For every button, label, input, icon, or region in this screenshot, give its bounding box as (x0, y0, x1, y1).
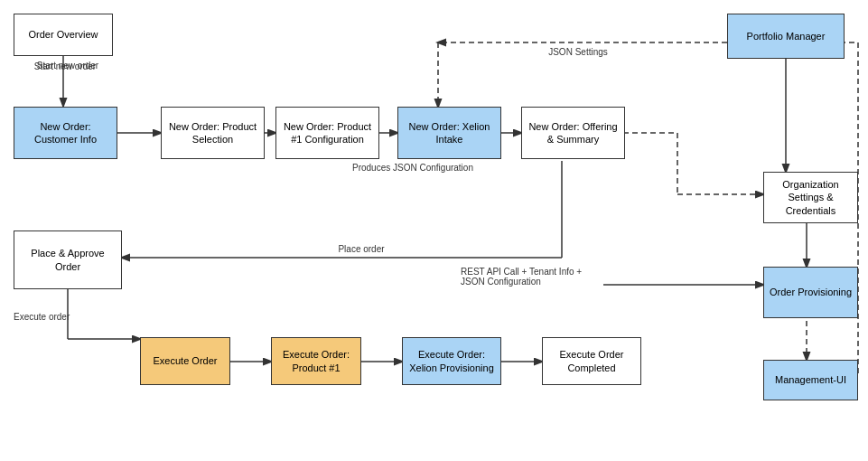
node-execute-completed: Execute Order Completed (542, 337, 641, 385)
node-org-settings: Organization Settings & Credentials (763, 172, 858, 223)
node-product-selection: New Order: Product Selection (161, 107, 265, 159)
label-produces-json: Produces JSON Configuration (352, 163, 492, 173)
label-start-order-text: Start new order (20, 61, 110, 71)
node-execute-xelion-label: Execute Order: Xelion Provisioning (406, 348, 497, 374)
node-order-overview-label: Order Overview (28, 28, 98, 41)
node-customer-info: New Order: Customer Info (14, 107, 117, 159)
node-product-selection-label: New Order: Product Selection (165, 120, 260, 146)
label-execute-order: Execute order (14, 312, 95, 322)
node-xelion-intake-label: New Order: Xelion Intake (402, 120, 497, 146)
node-execute-completed-label: Execute Order Completed (546, 348, 637, 374)
node-portfolio-manager: Portfolio Manager (727, 14, 845, 59)
node-product-config-label: New Order: Product #1 Configuration (280, 120, 375, 146)
node-xelion-intake: New Order: Xelion Intake (397, 107, 501, 159)
label-json-settings: JSON Settings (524, 47, 632, 57)
diagram-container: Order Overview Start new order New Order… (0, 0, 868, 461)
node-portfolio-manager-label: Portfolio Manager (747, 30, 826, 42)
node-execute-order-label: Execute Order (154, 354, 218, 367)
node-execute-product: Execute Order: Product #1 (271, 337, 361, 385)
node-place-approve-label: Place & Approve Order (18, 247, 117, 273)
node-org-settings-label: Organization Settings & Credentials (768, 178, 854, 217)
node-place-approve: Place & Approve Order (14, 230, 122, 289)
node-offering-summary: New Order: Offering & Summary (521, 107, 625, 159)
node-order-overview: Order Overview (14, 14, 113, 56)
node-execute-product-label: Execute Order: Product #1 (275, 348, 357, 374)
label-rest-api: REST API Call + Tenant Info + JSON Confi… (461, 267, 601, 287)
label-place-order: Place order (307, 244, 415, 254)
node-management-ui: Management-UI (763, 360, 858, 400)
node-offering-summary-label: New Order: Offering & Summary (526, 120, 621, 146)
node-execute-xelion: Execute Order: Xelion Provisioning (402, 337, 501, 385)
node-product-config: New Order: Product #1 Configuration (275, 107, 379, 159)
arrows-svg (0, 0, 868, 461)
node-management-ui-label: Management-UI (775, 373, 846, 386)
node-order-provisioning-label: Order Provisioning (770, 286, 852, 298)
node-customer-info-label: New Order: Customer Info (18, 120, 113, 146)
node-execute-order: Execute Order (140, 337, 230, 385)
node-order-provisioning: Order Provisioning (763, 267, 858, 318)
